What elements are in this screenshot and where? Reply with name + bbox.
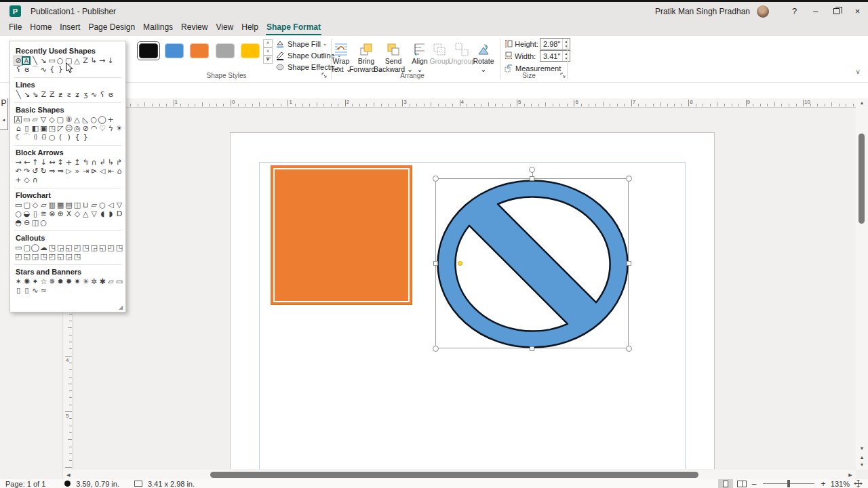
zoom-in-button[interactable]: + [820, 479, 827, 488]
shape-rectangle[interactable]: ▭ [47, 56, 56, 65]
vertical-scrollbar-thumb[interactable] [859, 134, 865, 224]
shape-or[interactable]: ⊕ [56, 209, 64, 218]
shape-left-right-arrow[interactable]: ↔ [48, 158, 56, 167]
shape-explosion-1[interactable]: ✶ [14, 277, 22, 286]
shape-style-swatch-yellow[interactable] [239, 41, 262, 60]
shape-down-arrow[interactable]: ↓ [39, 158, 47, 167]
zoom-out-button[interactable]: – [751, 479, 757, 488]
shape-u-turn-arrow-2[interactable]: ∩ [31, 176, 39, 184]
horizontal-ruler[interactable]: 21012345678910 [63, 98, 856, 108]
scroll-right-arrow[interactable]: ▶ [846, 472, 854, 478]
shape-document[interactable]: ▤ [64, 201, 73, 209]
shape-stored-data[interactable]: ◖ [98, 209, 106, 218]
shape-line-arrow[interactable]: ↘ [22, 90, 31, 99]
adjust-handle[interactable] [458, 261, 462, 266]
shape-bent-up-arrow[interactable]: ↲ [98, 158, 106, 167]
shape-collate[interactable]: X [64, 209, 73, 218]
shape-style-swatch-gray[interactable] [214, 41, 237, 60]
shape-octagon[interactable]: ⑧ [64, 115, 73, 124]
shape-star-10-point[interactable]: ✸ [64, 277, 73, 286]
shape-quad-arrow-callout[interactable]: ⌂ [115, 167, 123, 176]
shape-isosceles-triangle[interactable]: △ [73, 115, 81, 124]
shape-isosceles-triangle[interactable]: △ [73, 56, 81, 65]
fit-page-button[interactable] [854, 479, 863, 488]
handle-s[interactable] [530, 346, 534, 351]
shape-delay[interactable]: ◗ [106, 209, 115, 218]
shape-horizontal-scroll[interactable]: ∿ [31, 286, 39, 295]
tab-review[interactable]: Review [177, 20, 212, 36]
selection-box[interactable] [435, 178, 629, 348]
shape-curved-down-arrow[interactable]: ↷ [22, 167, 31, 176]
shape-line-callout-3[interactable]: ◱ [64, 243, 73, 252]
shape-manual-input[interactable]: ○ [98, 201, 106, 209]
shape-cube[interactable]: ◧ [31, 124, 39, 133]
shape-curve[interactable]: ∿ [90, 90, 98, 99]
shape-extract[interactable]: △ [81, 209, 90, 218]
shape-cross[interactable]: + [106, 115, 115, 124]
shape-elbow-connector[interactable]: Z [81, 56, 90, 65]
shape-left-arrow-callout[interactable]: ◁ [98, 167, 106, 176]
shape-explosion-2[interactable]: ✺ [22, 277, 31, 286]
shape-stored-data-2[interactable]: ○ [39, 218, 47, 227]
gallery-more-button[interactable]: ▼ [263, 56, 273, 64]
shape-half-frame[interactable]: ◸ [56, 124, 64, 133]
shape-off-page-connector[interactable]: ▽ [115, 201, 123, 209]
tab-page-design[interactable]: Page Design [84, 20, 139, 36]
vertical-scrollbar[interactable]: ▲ ▼ ▲ ▼ [856, 98, 868, 470]
shape-parallelogram[interactable]: ▱ [31, 115, 39, 124]
shape-left-right-up-arrow[interactable]: ↥ [73, 158, 81, 167]
width-spinner[interactable]: ▲▼ [562, 51, 570, 61]
shape-star-12-point[interactable]: ✷ [73, 277, 81, 286]
shape-text-box[interactable]: A [14, 116, 22, 123]
handle-ne[interactable] [626, 176, 632, 182]
zoom-slider-thumb[interactable] [787, 480, 790, 487]
shape-scribble[interactable]: ɞ [22, 65, 31, 74]
shape-elbow-arrow-connector[interactable]: ↳ [90, 56, 98, 65]
shape-can[interactable]: ▯ [22, 124, 31, 133]
shape-pentagon[interactable]: ⌂ [14, 124, 22, 133]
scroll-down-arrow[interactable]: ▼ [856, 446, 868, 451]
shape-bent-arrow[interactable]: ↰ [81, 158, 90, 167]
shape-no-symbol[interactable]: ⊘ [81, 124, 90, 133]
shape-right-triangle[interactable]: ◺ [81, 115, 90, 124]
shape-striped-right-arrow[interactable]: ⇒ [48, 167, 56, 176]
single-page-view-button[interactable] [718, 479, 733, 488]
tab-shape-format[interactable]: Shape Format [262, 20, 325, 36]
shape-up-arrow[interactable]: ↑ [31, 158, 39, 167]
shape-scribble[interactable]: ɞ [106, 90, 115, 99]
page-navigation-collapsed[interactable]: P ◄ [0, 98, 8, 130]
height-input[interactable]: 2.98"▲▼ [540, 38, 570, 49]
shape-sequential-storage[interactable]: ◫ [31, 218, 39, 227]
shape-oval[interactable]: ○ [56, 56, 64, 65]
user-name[interactable]: Pratik Man Singh Pradhan [655, 7, 750, 16]
shape-style-swatch-black[interactable] [137, 41, 160, 60]
height-spinner[interactable]: ▲▼ [562, 39, 570, 49]
shape-pentagon-arrow[interactable]: ▷ [64, 167, 73, 176]
shape-curved-double-arrow[interactable]: ʒ [81, 90, 90, 99]
shape-up-down-arrow-callout[interactable]: ◇ [22, 176, 31, 184]
handle-n[interactable] [530, 176, 534, 181]
shape-data[interactable]: ▱ [39, 201, 47, 209]
shape-frame[interactable]: ◳ [48, 124, 56, 133]
tab-mailings[interactable]: Mailings [139, 20, 177, 36]
shape-magnetic-disk[interactable]: D [115, 209, 123, 218]
tab-help[interactable]: Help [237, 20, 262, 36]
tab-file[interactable]: File [5, 20, 26, 36]
restore-button[interactable] [826, 2, 847, 20]
collapse-ribbon-button[interactable]: ˅ [856, 68, 860, 76]
shape-rounded-rectangle[interactable]: ▢ [56, 115, 64, 124]
shape-ribbon-tilted-up[interactable]: ▱ [106, 277, 115, 286]
shape-star-16-point[interactable]: ✳ [81, 277, 90, 286]
shape-freeform[interactable]: ʕ [14, 65, 22, 74]
shape-decision[interactable]: ◇ [31, 201, 39, 209]
user-avatar[interactable] [757, 5, 769, 18]
shape-line-callout-3-no-border[interactable]: ◱ [56, 252, 64, 261]
zoom-percentage[interactable]: 131% [827, 480, 850, 488]
shape-notched-right-arrow[interactable]: ⇛ [56, 167, 64, 176]
size-dialog-launcher[interactable] [560, 73, 567, 79]
shape-internal-storage[interactable]: ▦ [56, 201, 64, 209]
shape-right-arrow-callout[interactable]: ⇥ [81, 167, 90, 176]
shape-line-callout-4-border[interactable]: ◲ [31, 252, 39, 261]
tab-home[interactable]: Home [26, 20, 56, 36]
shape-double-bracket[interactable]: () [31, 133, 39, 142]
